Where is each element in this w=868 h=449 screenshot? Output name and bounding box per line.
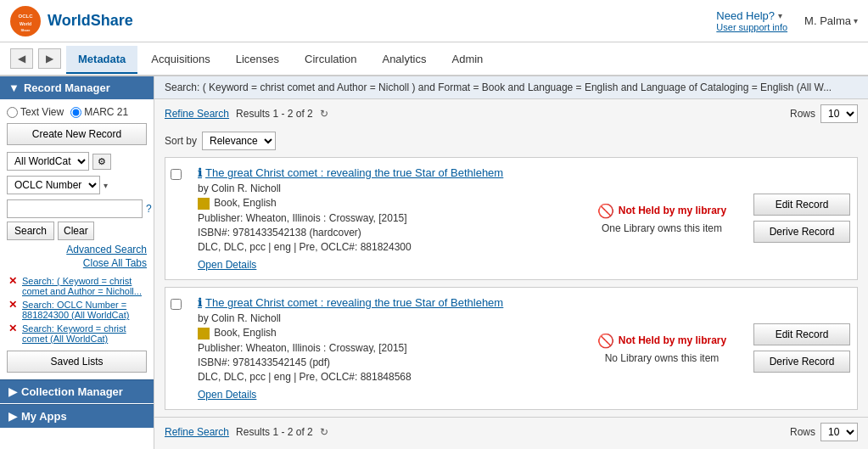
- clear-button[interactable]: Clear: [58, 222, 94, 240]
- tab-analytics[interactable]: Analytics: [370, 46, 438, 74]
- card-1-author: by Colin R. Nicholl: [198, 182, 570, 194]
- need-help-link[interactable]: Need Help?: [716, 9, 775, 22]
- remove-saved-search-1-button[interactable]: ✕: [7, 276, 19, 286]
- card-2-checkbox[interactable]: [171, 299, 182, 310]
- search-help-icon[interactable]: ?: [146, 203, 152, 215]
- card-1-status: 🚫 Not Held by my library One Library own…: [577, 158, 747, 279]
- search-buttons-row: Search Clear: [7, 222, 147, 240]
- card-1-checkbox[interactable]: [171, 169, 182, 180]
- advanced-search-link[interactable]: Advanced Search: [7, 244, 147, 255]
- card-1-meta: DLC, DLC, pcc | eng | Pre, OCLC#: 881824…: [198, 241, 570, 253]
- tab-metadata[interactable]: Metadata: [66, 46, 137, 74]
- logo-area: OCLC World Share WorldShare: [10, 6, 133, 36]
- card-1-title[interactable]: ℹ The great Christ comet : revealing the…: [198, 166, 570, 179]
- card-1-actions: Edit Record Derive Record: [747, 158, 857, 279]
- user-name: M. Palma: [804, 14, 851, 27]
- rows-label-bottom: Rows: [790, 426, 815, 438]
- edit-record-2-button[interactable]: Edit Record: [753, 323, 850, 345]
- refine-search-link-bottom[interactable]: Refine Search: [165, 426, 229, 438]
- search-index-select[interactable]: OCLC Number: [7, 176, 100, 194]
- search-query-bar: Search: ( Keyword = christ comet and Aut…: [154, 76, 868, 99]
- open-details-1-link[interactable]: Open Details: [198, 259, 256, 271]
- not-held-icon-1: 🚫: [597, 203, 614, 219]
- saved-search-1-link[interactable]: Search: ( Keyword = christ comet and Aut…: [22, 276, 147, 296]
- card-1-not-held: 🚫 Not Held by my library: [597, 203, 726, 219]
- sidebar: ▼ Record Manager Text View MARC 21 Creat…: [0, 76, 154, 449]
- card-2-title[interactable]: ℹ The great Christ comet : revealing the…: [198, 296, 570, 309]
- result-card-1: ℹ The great Christ comet : revealing the…: [165, 157, 858, 280]
- record-manager-header[interactable]: ▼ Record Manager: [0, 76, 154, 99]
- sort-bar: Sort by Relevance: [154, 128, 868, 157]
- collection-manager-header[interactable]: ▶ Collection Manager: [0, 379, 154, 403]
- text-view-radio[interactable]: [7, 107, 18, 118]
- results-right: Rows 10: [790, 104, 858, 123]
- search-scope-gear-button[interactable]: ⚙: [92, 154, 111, 170]
- info-icon-1: ℹ: [198, 166, 202, 179]
- need-help-chevron-icon[interactable]: ▾: [778, 11, 782, 20]
- record-manager-label: Record Manager: [24, 81, 110, 94]
- bottom-results-right: Rows 10: [790, 423, 858, 441]
- card-1-checkbox-area: [165, 158, 191, 279]
- tab-acquisitions[interactable]: Acquisitions: [139, 46, 221, 74]
- forward-button[interactable]: ▶: [38, 48, 61, 69]
- tab-circulation[interactable]: Circulation: [293, 46, 368, 74]
- svg-text:OCLC: OCLC: [19, 14, 34, 19]
- refresh-icon-bottom[interactable]: ↻: [320, 426, 328, 438]
- tab-licenses[interactable]: Licenses: [224, 46, 291, 74]
- card-2-owns-info: No Library owns this item: [605, 352, 720, 364]
- result-card-2: ℹ The great Christ comet : revealing the…: [165, 287, 858, 410]
- header-right: Need Help? ▾ User support info M. Palma …: [716, 9, 858, 32]
- saved-lists-button[interactable]: Saved Lists: [7, 351, 147, 373]
- record-manager-panel: Text View MARC 21 Create New Record All …: [0, 99, 154, 379]
- saved-search-2-link[interactable]: Search: OCLC Number = 881824300 (All Wor…: [22, 300, 147, 320]
- remove-saved-search-2-button[interactable]: ✕: [7, 300, 19, 310]
- back-button[interactable]: ◀: [10, 48, 33, 69]
- close-tabs-link[interactable]: Close All Tabs: [7, 257, 147, 269]
- main-layout: ▼ Record Manager Text View MARC 21 Creat…: [0, 76, 868, 449]
- rows-select-bottom[interactable]: 10: [820, 423, 858, 441]
- sort-select[interactable]: Relevance: [202, 132, 276, 150]
- my-apps-header[interactable]: ▶ My Apps: [0, 404, 154, 428]
- text-view-radio-label[interactable]: Text View: [7, 106, 64, 118]
- refresh-icon-top[interactable]: ↻: [320, 108, 328, 120]
- saved-search-3: ✕ Search: Keyword = christ comet (All Wo…: [7, 323, 147, 344]
- open-details-2-link[interactable]: Open Details: [198, 389, 256, 401]
- card-2-isbn: ISBN#: 9781433542145 (pdf): [198, 356, 570, 368]
- my-apps-arrow-icon: ▶: [8, 410, 17, 423]
- bottom-results-left: Refine Search Results 1 - 2 of 2 ↻: [165, 426, 328, 438]
- card-1-type: Book, English: [198, 197, 570, 210]
- my-apps-label: My Apps: [21, 410, 67, 423]
- card-2-checkbox-area: [165, 288, 191, 409]
- refine-search-link-top[interactable]: Refine Search: [165, 108, 229, 120]
- saved-search-3-link[interactable]: Search: Keyword = christ comet (All Worl…: [22, 323, 147, 344]
- bottom-bar: Refine Search Results 1 - 2 of 2 ↻ Rows …: [154, 417, 868, 446]
- oclc-logo-icon: OCLC World Share: [10, 6, 41, 36]
- view-options: Text View MARC 21: [7, 106, 147, 118]
- results-count-bottom: Results 1 - 2 of 2: [236, 426, 313, 438]
- card-2-meta: DLC, DLC, pcc | eng | Pre, OCLC#: 881848…: [198, 371, 570, 383]
- search-scope-select[interactable]: All WorldCat: [7, 152, 89, 171]
- remove-saved-search-3-button[interactable]: ✕: [7, 323, 19, 334]
- derive-record-1-button[interactable]: Derive Record: [753, 221, 850, 243]
- results-count-top: Results 1 - 2 of 2: [236, 108, 313, 120]
- rows-label-top: Rows: [790, 108, 815, 120]
- search-input[interactable]: [7, 199, 143, 218]
- marc-view-radio[interactable]: [70, 107, 81, 118]
- user-chevron-icon[interactable]: ▾: [854, 16, 858, 25]
- card-2-info: ℹ The great Christ comet : revealing the…: [191, 288, 577, 409]
- rows-select-top[interactable]: 10: [820, 104, 858, 123]
- search-button[interactable]: Search: [7, 222, 54, 240]
- saved-search-1: ✕ Search: ( Keyword = christ comet and A…: [7, 276, 147, 296]
- tab-admin[interactable]: Admin: [440, 46, 496, 74]
- card-1-held-text: Not Held by my library: [619, 205, 726, 216]
- record-manager-arrow-icon: ▼: [8, 81, 20, 94]
- derive-record-2-button[interactable]: Derive Record: [753, 351, 850, 373]
- user-support-link[interactable]: User support info: [716, 22, 787, 32]
- svg-text:Share: Share: [20, 28, 31, 32]
- card-1-title-text[interactable]: The great Christ comet : revealing the t…: [205, 166, 503, 179]
- edit-record-1-button[interactable]: Edit Record: [753, 194, 850, 216]
- marc-view-radio-label[interactable]: MARC 21: [70, 106, 128, 118]
- create-record-button[interactable]: Create New Record: [7, 123, 147, 145]
- not-held-icon-2: 🚫: [597, 333, 614, 349]
- card-2-title-text[interactable]: The great Christ comet : revealing the t…: [205, 296, 503, 309]
